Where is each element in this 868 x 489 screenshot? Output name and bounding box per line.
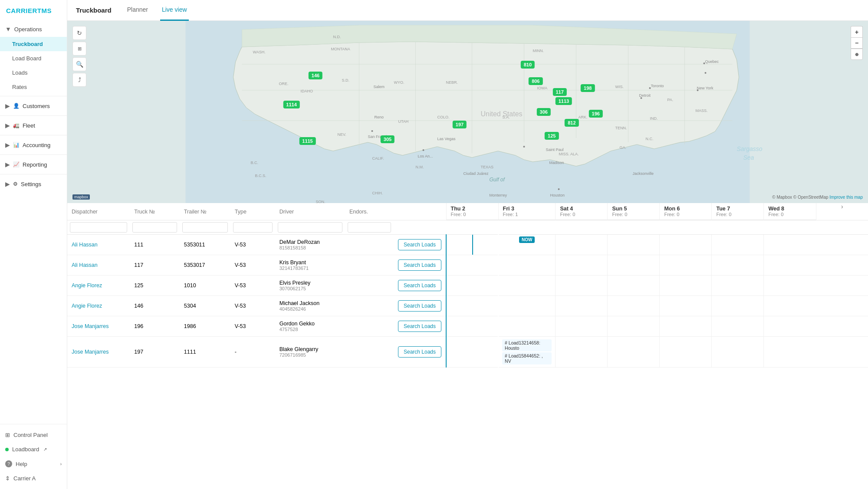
sidebar-item-loads[interactable]: Loads bbox=[0, 66, 67, 80]
cell-type: V-53 bbox=[230, 296, 275, 316]
dispatcher-link[interactable]: Ali Hassan bbox=[72, 242, 98, 248]
cell-cal-5 bbox=[712, 255, 764, 276]
zoom-in-button[interactable]: + bbox=[851, 26, 863, 37]
cal-wed8-header: Wed 8 Free: 0 bbox=[764, 203, 815, 220]
search-loads-button[interactable]: Search Loads bbox=[398, 300, 441, 312]
dispatcher-link[interactable]: Jose Manjarres bbox=[72, 349, 108, 355]
cell-type: V-53 bbox=[230, 235, 275, 255]
filter-driver[interactable] bbox=[278, 222, 342, 233]
cluster-306[interactable]: 306 bbox=[537, 108, 551, 116]
cluster-1113[interactable]: 1113 bbox=[556, 97, 572, 105]
search-loads-button[interactable]: Search Loads bbox=[398, 346, 441, 358]
cell-type: V-53 bbox=[230, 316, 275, 337]
filter-endorse[interactable] bbox=[348, 222, 391, 233]
cluster-117[interactable]: 117 bbox=[552, 88, 566, 96]
cell-cal-6 bbox=[764, 316, 816, 337]
svg-text:PA.: PA. bbox=[667, 98, 674, 102]
divider-2 bbox=[0, 115, 67, 116]
sidebar-item-load-board[interactable]: Load Board bbox=[0, 51, 67, 66]
svg-text:B.C.: B.C. bbox=[251, 161, 259, 165]
svg-text:WIS.: WIS. bbox=[615, 85, 624, 89]
svg-text:Saint Paul: Saint Paul bbox=[546, 148, 564, 152]
cell-cal-1 bbox=[498, 255, 556, 276]
cell-cal-6 bbox=[764, 255, 816, 276]
improve-map-link[interactable]: Improve this map bbox=[829, 195, 863, 200]
cell-cal-0 bbox=[446, 235, 498, 255]
map-svg: Gulf of United States bbox=[67, 21, 868, 203]
share-button[interactable]: ⤴ bbox=[72, 73, 86, 87]
cal-thu2: Thu 2 Free: 0 bbox=[446, 203, 498, 220]
svg-text:MISS. ALA.: MISS. ALA. bbox=[559, 152, 579, 156]
sidebar-bottom-loadboard[interactable]: Loadboard ↗ bbox=[0, 442, 67, 456]
tab-planner[interactable]: Planner bbox=[125, 0, 150, 21]
load-tooltip: # Load13214658: Housto bbox=[502, 339, 552, 351]
cluster-198[interactable]: 198 bbox=[581, 84, 595, 92]
zoom-out-button[interactable]: − bbox=[851, 37, 863, 49]
table-row: Angie Florez1465304V-53Michael Jackson40… bbox=[67, 296, 868, 316]
driver-phone: 8158158158 bbox=[279, 245, 341, 250]
cluster-810[interactable]: 810 bbox=[521, 61, 535, 69]
cell-cal-2 bbox=[556, 337, 608, 368]
cluster-1115[interactable]: 1115 bbox=[299, 137, 316, 145]
search-loads-button[interactable]: Search Loads bbox=[398, 259, 441, 271]
table-body: Ali Hassan1115353011V-53DeMar DeRozan815… bbox=[67, 235, 868, 368]
sidebar-section-accounting[interactable]: ▶ 📊 Accounting bbox=[0, 137, 67, 153]
tab-live-view[interactable]: Live view bbox=[160, 0, 189, 21]
search-loads-button[interactable]: Search Loads bbox=[398, 280, 441, 291]
filter-type[interactable] bbox=[233, 222, 273, 233]
cluster-1114[interactable]: 1114 bbox=[283, 101, 299, 108]
cluster-196[interactable]: 196 bbox=[589, 110, 603, 118]
col-type: Type bbox=[230, 203, 275, 220]
dispatcher-link[interactable]: Angie Florez bbox=[72, 282, 102, 289]
layers-button[interactable]: ⊞ bbox=[72, 42, 86, 56]
svg-text:New York: New York bbox=[697, 86, 714, 90]
cluster-125[interactable]: 125 bbox=[545, 132, 559, 140]
sidebar-section-customers[interactable]: ▶ 👤 Customers bbox=[0, 98, 67, 114]
cluster-197[interactable]: 197 bbox=[453, 121, 467, 128]
sidebar-section-operations[interactable]: ▼ Operations bbox=[0, 21, 67, 37]
search-loads-button[interactable]: Search Loads bbox=[398, 321, 441, 332]
sidebar-section-settings[interactable]: ▶ ⚙ Settings bbox=[0, 176, 67, 192]
dispatcher-link[interactable]: Jose Manjarres bbox=[72, 323, 108, 329]
cell-type: V-53 bbox=[230, 255, 275, 276]
svg-text:Detroit: Detroit bbox=[639, 93, 651, 98]
filter-trailer[interactable] bbox=[182, 222, 228, 233]
svg-text:TEXAS: TEXAS bbox=[481, 165, 494, 169]
cluster-146[interactable]: 146 bbox=[309, 72, 322, 79]
now-badge: NOW bbox=[519, 236, 535, 243]
search-loads-button[interactable]: Search Loads bbox=[398, 239, 441, 250]
cell-cal-1 bbox=[498, 296, 556, 316]
search-map-button[interactable]: 🔍 bbox=[72, 57, 86, 71]
filter-truck[interactable] bbox=[132, 222, 177, 233]
dispatcher-link[interactable]: Angie Florez bbox=[72, 303, 102, 309]
zoom-reset-button[interactable]: ⊕ bbox=[851, 49, 863, 60]
cell-cal-1 bbox=[498, 276, 556, 296]
svg-text:United States: United States bbox=[481, 110, 523, 118]
sidebar-bottom-control-panel[interactable]: ⊞ Control Panel bbox=[0, 428, 67, 442]
svg-point-16 bbox=[423, 149, 424, 151]
svg-text:IND.: IND. bbox=[650, 116, 658, 121]
cluster-806[interactable]: 806 bbox=[529, 77, 542, 85]
cell-search-loads: Search Loads bbox=[394, 255, 446, 276]
cell-dispatcher: Jose Manjarres bbox=[67, 316, 130, 337]
filter-dispatcher[interactable] bbox=[70, 222, 127, 233]
cluster-812[interactable]: 812 bbox=[565, 119, 579, 127]
divider-4 bbox=[0, 154, 67, 155]
sidebar-item-truckboard[interactable]: Truckboard bbox=[0, 37, 67, 51]
sidebar-item-rates[interactable]: Rates bbox=[0, 80, 67, 94]
customers-icon: ▶ bbox=[5, 102, 10, 109]
col-endorse: Endors. bbox=[345, 203, 394, 220]
cal-sun5: Sun 5 Free: 0 bbox=[608, 203, 660, 220]
sidebar-bottom: ⊞ Control Panel Loadboard ↗ ? Help › ⇕ C… bbox=[0, 424, 67, 489]
cal-scroll-right[interactable]: › bbox=[816, 203, 868, 220]
sidebar-section-fleet[interactable]: ▶ 🚛 Fleet bbox=[0, 118, 67, 133]
sidebar-bottom-carrier[interactable]: ⇕ Carrier A bbox=[0, 471, 67, 486]
cluster-305[interactable]: 305 bbox=[381, 135, 395, 143]
col-truck: Truck № bbox=[130, 203, 180, 220]
dispatcher-link[interactable]: Ali Hassan bbox=[72, 262, 98, 268]
refresh-button[interactable]: ↻ bbox=[72, 26, 86, 40]
cell-cal-3 bbox=[608, 255, 660, 276]
sidebar-section-reporting[interactable]: ▶ 📈 Reporting bbox=[0, 157, 67, 172]
cal-wed8: Wed 8 Free: 0 bbox=[764, 203, 816, 220]
sidebar-bottom-help[interactable]: ? Help › bbox=[0, 456, 67, 471]
